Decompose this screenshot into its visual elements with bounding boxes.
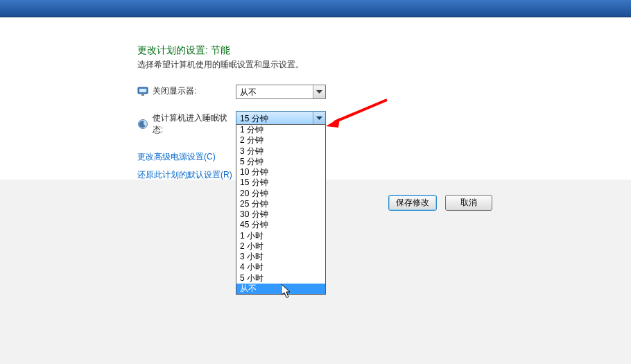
chevron-down-icon[interactable] bbox=[313, 112, 325, 125]
svg-rect-1 bbox=[139, 89, 146, 92]
dropdown-option[interactable]: 20 分钟 bbox=[236, 189, 325, 199]
turn-off-display-combo[interactable]: 从不 bbox=[236, 85, 326, 99]
page-title: 更改计划的设置: 节能 bbox=[137, 44, 230, 57]
dropdown-option[interactable]: 4 小时 bbox=[236, 262, 325, 272]
row-turn-off-display: 关闭显示器: bbox=[137, 85, 236, 97]
dropdown-option[interactable]: 5 分钟 bbox=[236, 157, 325, 167]
link-restore-defaults[interactable]: 还原此计划的默认设置(R) bbox=[137, 169, 232, 181]
dropdown-option[interactable]: 15 分钟 bbox=[236, 177, 325, 188]
link-advanced-power-settings[interactable]: 更改高级电源设置(C) bbox=[137, 151, 216, 163]
dropdown-option[interactable]: 从不 bbox=[236, 284, 325, 294]
row-sleep: 使计算机进入睡眠状态: bbox=[137, 112, 236, 136]
dropdown-option[interactable]: 1 分钟 bbox=[236, 125, 325, 135]
moon-icon bbox=[137, 119, 148, 130]
turn-off-display-label: 关闭显示器: bbox=[153, 85, 236, 97]
dropdown-option[interactable]: 25 分钟 bbox=[236, 199, 325, 209]
monitor-icon bbox=[137, 86, 148, 97]
page-subtitle: 选择希望计算机使用的睡眠设置和显示设置。 bbox=[137, 59, 304, 71]
sleep-label: 使计算机进入睡眠状态: bbox=[153, 112, 236, 136]
save-button[interactable]: 保存修改 bbox=[388, 195, 437, 211]
chevron-down-icon[interactable] bbox=[313, 85, 325, 98]
content-area: 更改计划的设置: 节能 选择希望计算机使用的睡眠设置和显示设置。 关闭显示器: … bbox=[0, 17, 631, 364]
dropdown-option[interactable]: 10 分钟 bbox=[236, 167, 325, 177]
sleep-combo[interactable]: 15 分钟 bbox=[236, 111, 326, 125]
dropdown-option[interactable]: 2 分钟 bbox=[236, 135, 325, 146]
dropdown-option[interactable]: 5 小时 bbox=[236, 273, 325, 284]
dropdown-option[interactable]: 30 分钟 bbox=[236, 209, 325, 220]
dropdown-option[interactable]: 45 分钟 bbox=[236, 220, 325, 230]
sleep-value: 15 分钟 bbox=[240, 113, 268, 125]
cancel-button[interactable]: 取消 bbox=[445, 195, 492, 211]
dropdown-option[interactable]: 1 小时 bbox=[236, 231, 325, 241]
dropdown-option[interactable]: 3 分钟 bbox=[236, 146, 325, 157]
svg-rect-2 bbox=[141, 94, 144, 96]
dropdown-option[interactable]: 2 小时 bbox=[236, 241, 325, 252]
turn-off-display-value: 从不 bbox=[240, 87, 257, 98]
dropdown-option[interactable]: 3 小时 bbox=[236, 252, 325, 262]
sleep-dropdown-list[interactable]: 1 分钟2 分钟3 分钟5 分钟10 分钟15 分钟20 分钟25 分钟30 分… bbox=[236, 124, 326, 295]
window-titlebar bbox=[0, 0, 631, 17]
